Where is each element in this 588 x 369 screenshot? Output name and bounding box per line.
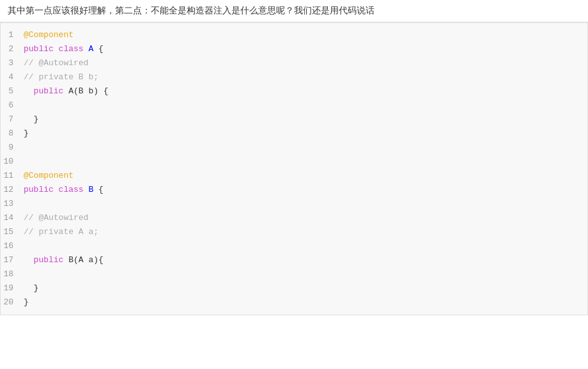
line-content: @Component bbox=[24, 169, 587, 183]
token-comment: // @Autowired bbox=[24, 58, 88, 68]
token-normal: } bbox=[24, 297, 29, 307]
token-normal: B(A a){ bbox=[68, 255, 104, 265]
line-content bbox=[24, 239, 587, 253]
line-content bbox=[24, 98, 587, 113]
line-content bbox=[24, 267, 587, 281]
token-normal bbox=[24, 255, 34, 265]
line-content: // @Autowired bbox=[24, 211, 587, 225]
token-normal: } bbox=[24, 283, 38, 293]
token-component: @Component bbox=[24, 30, 74, 40]
token-comment: // private B b; bbox=[24, 72, 98, 82]
token-normal: } bbox=[24, 129, 29, 138]
code-line: 20} bbox=[1, 295, 587, 310]
code-line: 19 } bbox=[1, 281, 587, 295]
line-content bbox=[24, 141, 587, 155]
line-content bbox=[24, 155, 587, 169]
token-comment: // @Autowired bbox=[24, 213, 88, 223]
token-class: class bbox=[59, 185, 89, 194]
line-number: 5 bbox=[1, 84, 24, 98]
code-line: 1@Component bbox=[1, 28, 587, 42]
line-content: @Component bbox=[24, 28, 587, 42]
code-line: 15// private A a; bbox=[1, 225, 587, 239]
code-container: 1@Component2public class A {3// @Autowir… bbox=[0, 22, 588, 315]
code-line: 7 } bbox=[1, 113, 587, 127]
code-line: 2public class A { bbox=[1, 42, 587, 56]
line-content: public A(B b) { bbox=[24, 84, 587, 98]
line-content: public class A { bbox=[24, 42, 587, 56]
token-component: @Component bbox=[24, 171, 74, 180]
line-number: 7 bbox=[1, 113, 24, 127]
token-public: public bbox=[24, 185, 59, 194]
line-number: 11 bbox=[1, 169, 24, 183]
line-number: 19 bbox=[1, 281, 24, 295]
code-line: 11@Component bbox=[1, 169, 587, 183]
line-number: 18 bbox=[1, 267, 24, 281]
token-normal: { bbox=[93, 185, 104, 194]
line-number: 20 bbox=[1, 295, 24, 310]
line-content: public B(A a){ bbox=[24, 253, 587, 267]
code-line: 13 bbox=[1, 197, 587, 211]
line-number: 14 bbox=[1, 211, 24, 225]
line-content: } bbox=[24, 281, 587, 295]
token-public: public bbox=[24, 44, 59, 54]
token-normal bbox=[24, 86, 34, 96]
code-line: 14// @Autowired bbox=[1, 211, 587, 225]
code-line: 6 bbox=[1, 98, 587, 113]
line-number: 17 bbox=[1, 253, 24, 267]
line-number: 3 bbox=[1, 56, 24, 70]
token-comment: // private A a; bbox=[24, 227, 98, 237]
line-number: 6 bbox=[1, 98, 24, 113]
token-normal: { bbox=[93, 44, 104, 54]
code-line: 16 bbox=[1, 239, 587, 253]
line-content: // @Autowired bbox=[24, 56, 587, 70]
line-number: 1 bbox=[1, 28, 24, 42]
line-number: 16 bbox=[1, 239, 24, 253]
token-normal: A(B b) { bbox=[68, 86, 108, 96]
header-description: 其中第一点应该很好理解，第二点：不能全是构造器注入是什么意思呢？我们还是用代码说… bbox=[0, 0, 588, 22]
line-content bbox=[24, 197, 587, 211]
line-content: } bbox=[24, 127, 587, 141]
token-public: public bbox=[34, 255, 69, 265]
line-number: 4 bbox=[1, 70, 24, 84]
code-line: 18 bbox=[1, 267, 587, 281]
line-number: 13 bbox=[1, 197, 24, 211]
line-number: 10 bbox=[1, 155, 24, 169]
code-line: 4// private B b; bbox=[1, 70, 587, 84]
code-line: 5 public A(B b) { bbox=[1, 84, 587, 98]
line-number: 15 bbox=[1, 225, 24, 239]
token-class: class bbox=[59, 44, 89, 54]
line-number: 12 bbox=[1, 183, 24, 197]
line-content: } bbox=[24, 113, 587, 127]
code-line: 12public class B { bbox=[1, 183, 587, 197]
code-line: 9 bbox=[1, 141, 587, 155]
line-content: // private B b; bbox=[24, 70, 587, 84]
line-number: 2 bbox=[1, 42, 24, 56]
line-content: // private A a; bbox=[24, 225, 587, 239]
line-content: } bbox=[24, 295, 587, 310]
code-line: 8} bbox=[1, 127, 587, 141]
line-content: public class B { bbox=[24, 183, 587, 197]
code-line: 10 bbox=[1, 155, 587, 169]
code-line: 17 public B(A a){ bbox=[1, 253, 587, 267]
token-public: public bbox=[34, 86, 69, 96]
token-normal: } bbox=[24, 114, 38, 124]
line-number: 9 bbox=[1, 141, 24, 155]
line-number: 8 bbox=[1, 127, 24, 141]
code-line: 3// @Autowired bbox=[1, 56, 587, 70]
